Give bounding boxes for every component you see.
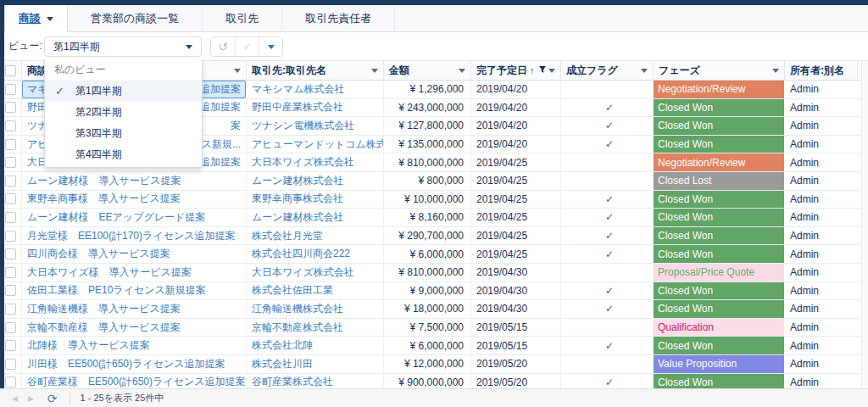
column-menu-icon[interactable] (459, 69, 465, 73)
row-checkbox[interactable] (5, 157, 16, 168)
tab-opportunities[interactable]: 商談 (4, 5, 68, 32)
opportunity-name-cell[interactable]: ムーン建材様 EEアップグレード提案 (22, 209, 247, 226)
account-name-link[interactable]: ムーン建材株式会社 (252, 210, 344, 225)
view-dropdown-item-1[interactable]: ✓第1四半期 (45, 81, 202, 102)
account-name-link[interactable]: 大日本ワイズ株式会社 (252, 155, 354, 170)
opportunity-name-link[interactable]: 東野幸商事様 導入サービス提案 (27, 192, 181, 206)
account-name-link[interactable]: アヒューマンドットコム株式... (252, 137, 384, 152)
opportunity-name-cell[interactable]: 川田様 EE500(計650)ライセンス追加提案 (22, 355, 247, 373)
refresh-icon[interactable]: ⟳ (47, 392, 58, 405)
row-checkbox[interactable] (5, 231, 16, 242)
account-name-link[interactable]: 東野幸商事株式会社 (252, 192, 343, 206)
opportunity-name-cell[interactable]: 東野幸商事様 導入サービス提案 (22, 191, 247, 209)
select-all-checkbox[interactable] (5, 65, 16, 76)
account-name-link[interactable]: ムーン建材株式会社 (252, 174, 344, 188)
phase-badge: Proposal/Price Quote (654, 264, 785, 282)
column-header-6[interactable]: 所有者:別名 (785, 61, 858, 80)
tab-item-1[interactable]: 取引先 (203, 5, 282, 31)
account-name-link[interactable]: 野田中産業株式会社 (252, 100, 343, 114)
phase-badge: Negotiation/Review (654, 153, 785, 171)
phase-badge: Closed Won (654, 227, 785, 245)
row-checkbox[interactable] (5, 285, 16, 296)
opportunity-name-link[interactable]: 北陣様 導入サービス提案 (27, 338, 150, 353)
opportunity-name-link[interactable]: 月光堂様 EE100(計170)ライセンス追加提案 (27, 229, 235, 243)
row-checkbox[interactable] (5, 340, 16, 351)
view-dropdown-item-2[interactable]: 第2四半期 (45, 102, 202, 123)
opportunity-name-cell[interactable]: 京輪不動産様 導入サービス提案 (22, 319, 247, 337)
app-window: 商談 営業部の商談一覧取引先取引先責任者 ビュー: 第1四半期 ↺ ✓ 商談名取… (0, 0, 868, 407)
vertical-scrollbar[interactable] (861, 61, 868, 388)
column-header-1[interactable]: 取引先:取引先名 (247, 61, 384, 80)
view-dropdown-item-3[interactable]: 第3四半期 (45, 123, 202, 144)
opportunity-name-link[interactable]: 江角輸送機様 導入サービス提案 (27, 302, 181, 316)
account-name-link[interactable]: 株式会社四川商会222 (252, 247, 350, 261)
column-header-3[interactable]: 完了予定日↑ (471, 61, 561, 80)
row-checkbox[interactable] (5, 139, 16, 150)
column-header-4[interactable]: 成立フラグ (561, 61, 654, 80)
column-menu-icon[interactable] (641, 69, 648, 73)
apply-button[interactable]: ✓ (235, 37, 259, 56)
opportunity-name-cell[interactable]: 大日本ワイズ様 導入サービス提案 (22, 264, 247, 282)
view-select[interactable]: 第1四半期 (44, 36, 202, 57)
account-name-link[interactable]: ツナシン電機株式会社 (252, 119, 354, 133)
row-checkbox[interactable] (5, 193, 16, 204)
tab-item-0[interactable]: 営業部の商談一覧 (68, 5, 203, 31)
row-checkbox[interactable] (5, 120, 16, 131)
row-checkbox[interactable] (5, 248, 16, 259)
tab-item-2[interactable]: 取引先責任者 (282, 5, 395, 31)
table-row: 佐田工業様 PE10ライセンス新規提案株式会社佐田工業¥ 9,000,00020… (0, 282, 861, 301)
column-menu-icon[interactable] (371, 69, 378, 73)
opportunity-name-link[interactable]: ムーン建材様 導入サービス提案 (27, 174, 181, 188)
account-name-link[interactable]: 株式会社川田 (252, 357, 313, 371)
row-checkbox[interactable] (5, 304, 16, 315)
close-date-cell: 2019/04/20 (471, 99, 561, 117)
opportunity-name-link[interactable]: 京輪不動産様 導入サービス提案 (27, 321, 181, 335)
previous-page-icon[interactable]: ◀ (12, 394, 18, 403)
row-checkbox[interactable] (5, 212, 16, 223)
row-checkbox[interactable] (5, 376, 16, 387)
column-menu-icon[interactable] (548, 69, 555, 73)
account-name-cell: 株式会社川田 (247, 355, 384, 373)
account-name-link[interactable]: 谷町産業株式会社 (252, 375, 333, 388)
opportunity-name-cell[interactable]: 北陣様 導入サービス提案 (22, 337, 247, 354)
account-name-link[interactable]: 株式会社佐田工業 (252, 283, 333, 298)
column-menu-icon[interactable] (772, 69, 779, 73)
account-name-link[interactable]: 株式会社北陣 (252, 338, 313, 353)
opportunity-name-cell[interactable]: 四川商会様 導入サービス提案 (22, 245, 247, 263)
row-checkbox[interactable] (5, 176, 16, 187)
row-checkbox[interactable] (5, 322, 16, 333)
account-name-link[interactable]: 大日本ワイズ株式会社 (252, 265, 354, 280)
opportunity-name-cell[interactable]: 谷町産業様 EE500(計650)ライセンス追加提案 (22, 374, 247, 389)
account-name-link[interactable]: 株式会社月光堂 (252, 229, 323, 243)
opportunity-name-link[interactable]: 大日本ワイズ様 導入サービス提案 (27, 265, 192, 280)
won-flag-cell: ✓ (561, 209, 654, 226)
view-menu-button[interactable] (259, 37, 282, 56)
opportunity-name-link[interactable]: 谷町産業様 EE500(計650)ライセンス追加提案 (27, 375, 245, 388)
undo-button[interactable]: ↺ (211, 37, 235, 56)
column-menu-icon[interactable] (234, 69, 241, 73)
opportunity-name-cell[interactable]: 佐田工業様 PE10ライセンス新規提案 (22, 282, 247, 300)
chevron-down-icon[interactable] (47, 17, 53, 21)
opportunity-name-link[interactable]: 佐田工業様 PE10ライセンス新規提案 (27, 283, 206, 298)
opportunity-name-cell[interactable]: 江角輸送機様 導入サービス提案 (22, 300, 247, 318)
view-label: ビュー: (8, 39, 42, 53)
account-name-link[interactable]: マキシマム株式会社 (252, 82, 344, 97)
opportunity-name-link[interactable]: 川田様 EE500(計650)ライセンス追加提案 (27, 357, 225, 371)
opportunity-name-fragment-right: 追加提案 (200, 100, 241, 114)
opportunity-name-link[interactable]: 四川商会様 導入サービス提案 (27, 247, 170, 261)
column-header-5[interactable]: フェーズ (654, 61, 785, 80)
amount-cell: ¥ 810,000,000 (384, 264, 471, 282)
column-label: 取引先:取引先名 (252, 64, 326, 78)
row-checkbox[interactable] (5, 267, 16, 278)
row-checkbox[interactable] (5, 102, 16, 113)
opportunity-name-link[interactable]: ムーン建材様 EEアップグレード提案 (27, 210, 205, 225)
row-checkbox[interactable] (5, 84, 16, 95)
account-name-link[interactable]: 江角輸送機株式会社 (252, 302, 343, 316)
column-header-2[interactable]: 金額 (384, 61, 471, 80)
next-page-icon[interactable]: ▶ (28, 394, 34, 403)
opportunity-name-cell[interactable]: ムーン建材様 導入サービス提案 (22, 172, 247, 190)
opportunity-name-cell[interactable]: 月光堂様 EE100(計170)ライセンス追加提案 (22, 227, 247, 245)
row-checkbox[interactable] (5, 359, 16, 370)
view-dropdown-item-4[interactable]: 第4四半期 (45, 144, 202, 165)
account-name-link[interactable]: 京輪不動産株式会社 (252, 321, 343, 335)
